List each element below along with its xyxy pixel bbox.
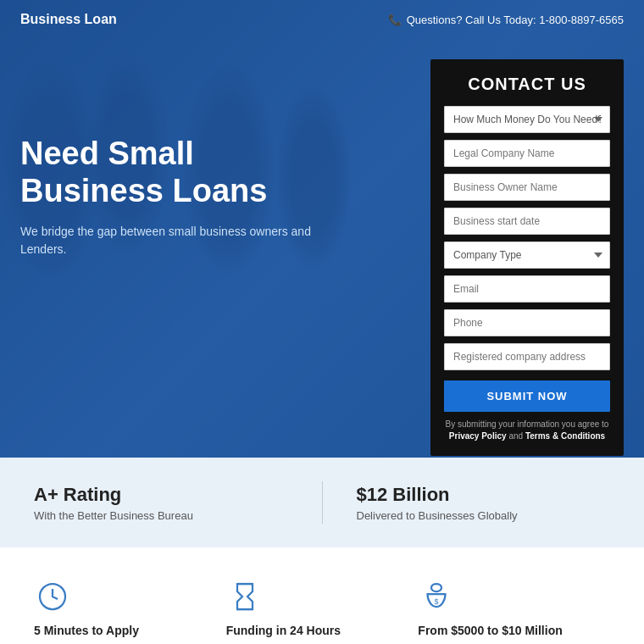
submit-button[interactable]: SUBMIT NOW bbox=[444, 380, 610, 412]
stat-billion: $12 Billion Delivered to Businesses Glob… bbox=[357, 484, 611, 522]
site-logo: Business Loan bbox=[20, 12, 117, 27]
owner-name-input[interactable] bbox=[444, 174, 610, 201]
features-section: 5 Minutes to Apply Funding in 24 Hours $… bbox=[0, 547, 644, 644]
stat-rating-value: A+ Rating bbox=[34, 484, 288, 506]
stat-billion-value: $12 Billion bbox=[357, 484, 611, 506]
company-name-input[interactable] bbox=[444, 140, 610, 167]
terms-link[interactable]: Terms & Conditions bbox=[525, 431, 605, 441]
stat-divider bbox=[322, 481, 323, 524]
phone-icon: 📞 bbox=[388, 14, 402, 26]
email-input[interactable] bbox=[444, 275, 610, 303]
form-disclaimer: By submitting your information you agree… bbox=[444, 419, 610, 442]
money-select[interactable]: How Much Money Do You Need? $5,000 - $25… bbox=[444, 106, 610, 133]
hero-section: Business Loan 📞 Questions? Call Us Today… bbox=[0, 0, 644, 458]
address-input[interactable] bbox=[444, 343, 610, 370]
company-type-select[interactable]: Company Type LLC Corporation Sole Propri… bbox=[444, 242, 610, 269]
feature-time: 5 Minutes to Apply bbox=[34, 578, 226, 637]
clock-icon bbox=[34, 578, 71, 615]
hero-title: Need Small Business Loans bbox=[20, 136, 334, 209]
contact-form: CONTACT US How Much Money Do You Need? $… bbox=[430, 59, 624, 456]
start-date-input[interactable] bbox=[444, 208, 610, 235]
hero-subtitle: We bridge the gap between small business… bbox=[20, 223, 334, 258]
header-phone: 📞 Questions? Call Us Today: 1-800-8897-6… bbox=[388, 14, 624, 26]
stats-section: A+ Rating With the Better Business Burea… bbox=[0, 458, 644, 547]
feature-time-label: 5 Minutes to Apply bbox=[34, 624, 139, 637]
stat-rating-label: With the Better Business Bureau bbox=[34, 509, 288, 522]
form-title: CONTACT US bbox=[444, 75, 610, 94]
phone-input[interactable] bbox=[444, 309, 610, 336]
feature-amount: $ From $5000 to $10 Million bbox=[418, 578, 610, 637]
feature-amount-label: From $5000 to $10 Million bbox=[418, 624, 562, 637]
privacy-policy-link[interactable]: Privacy Policy bbox=[449, 431, 507, 441]
phone-number: Questions? Call Us Today: 1-800-8897-656… bbox=[407, 14, 624, 26]
stat-billion-label: Delivered to Businesses Globally bbox=[357, 509, 611, 522]
svg-text:$: $ bbox=[435, 597, 439, 606]
hero-content: Need Small Business Loans We bridge the … bbox=[20, 136, 334, 258]
feature-funding-label: Funding in 24 Hours bbox=[226, 624, 341, 637]
stat-rating: A+ Rating With the Better Business Burea… bbox=[34, 484, 288, 522]
header: Business Loan 📞 Questions? Call Us Today… bbox=[0, 0, 644, 39]
money-bag-icon: $ bbox=[418, 578, 455, 615]
hourglass-icon bbox=[226, 578, 264, 615]
feature-funding: Funding in 24 Hours bbox=[226, 578, 419, 637]
